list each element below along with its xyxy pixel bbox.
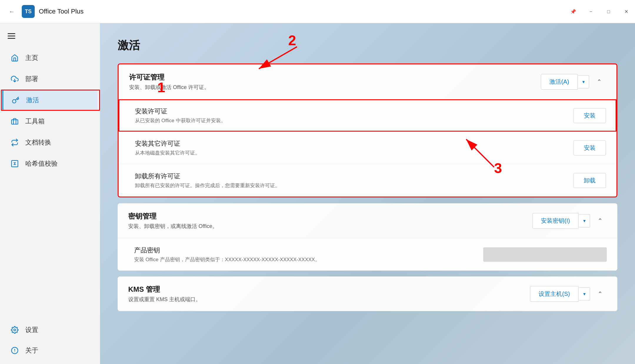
license-mgmt-actions: 激活(A) ▾ ⌃ (541, 74, 606, 90)
sidebar: 主页 部署 激活 (0, 23, 100, 364)
key-mgmt-actions: 安装密钥(I) ▾ ⌃ (532, 213, 607, 229)
uninstall-all-licenses-desc: 卸载所有已安装的许可证。操作完成后，您需要重新安装许可证。 (135, 182, 574, 189)
back-button[interactable]: ← (6, 6, 18, 17)
install-license-desc: 从已安装的 Office 中获取许可证并安装。 (135, 117, 574, 124)
install-license-item: 安装许可证 从已安装的 Office 中获取许可证并安装。 安装 (119, 99, 616, 132)
license-mgmt-collapse-button[interactable]: ⌃ (593, 75, 606, 89)
activate-button[interactable]: 激活(A) (541, 74, 578, 90)
sidebar-item-label-activate: 激活 (26, 96, 39, 105)
install-key-button[interactable]: 安装密钥(I) (532, 213, 579, 229)
annotation-box-section1: 许可证管理 安装、卸载或激活 Office 许可证。 激活(A) ▾ ⌃ (118, 63, 617, 197)
sidebar-item-label-convert: 文档转换 (25, 138, 51, 147)
kms-mgmt-actions: 设置主机(S) ▾ ⌃ (530, 286, 607, 302)
key-mgmt-text: 密钥管理 安装、卸载密钥，或离线激活 Office。 (128, 212, 532, 230)
pin-button[interactable]: 📌 (564, 0, 582, 23)
close-button[interactable]: ✕ (617, 0, 635, 23)
sidebar-item-label-deploy: 部署 (25, 75, 38, 83)
install-other-license-item: 安装其它许可证 从本地磁盘安装其它许可证。 安装 (119, 132, 616, 164)
key-mgmt-subitems: 产品密钥 安装 Office 产品密钥，产品密钥类似于：XXXXX-XXXXX-… (118, 238, 617, 271)
sidebar-item-home[interactable]: 主页 (2, 48, 98, 68)
sidebar-item-label-home: 主页 (25, 53, 38, 62)
app-body: 主页 部署 激活 (0, 23, 635, 364)
uninstall-all-licenses-title: 卸载所有许可证 (135, 172, 574, 181)
product-key-text: 产品密钥 安装 Office 产品密钥，产品密钥类似于：XXXXX-XXXXX-… (134, 246, 483, 263)
toolbox-icon (9, 116, 20, 127)
license-mgmt-header: 许可证管理 安装、卸载或激活 Office 许可证。 激活(A) ▾ ⌃ (119, 64, 616, 99)
window-controls: 📌 − □ ✕ (564, 0, 635, 23)
install-other-license-desc: 从本地磁盘安装其它许可证。 (135, 150, 574, 156)
set-host-button[interactable]: 设置主机(S) (530, 286, 579, 302)
install-other-license-button[interactable]: 安装 (574, 140, 606, 155)
kms-mgmt-section: KMS 管理 设置或重置 KMS 主机或端口。 设置主机(S) ▾ ⌃ (118, 276, 617, 311)
convert-icon (9, 137, 20, 148)
product-key-title: 产品密钥 (134, 246, 483, 255)
sidebar-bottom: 设置 关于 (0, 319, 100, 361)
key-mgmt-collapse-button[interactable]: ⌃ (594, 214, 607, 228)
sidebar-item-label-settings: 设置 (25, 326, 38, 334)
key-mgmt-title: 密钥管理 (128, 212, 532, 221)
sidebar-item-settings[interactable]: 设置 (2, 320, 98, 340)
license-mgmt-title: 许可证管理 (129, 73, 541, 82)
uninstall-all-licenses-button[interactable]: 卸载 (574, 173, 606, 188)
install-key-dropdown-button[interactable]: ▾ (579, 214, 590, 227)
app-title: Office Tool Plus (39, 8, 84, 15)
deploy-icon (9, 74, 20, 84)
key-mgmt-desc: 安装、卸载密钥，或离线激活 Office。 (128, 223, 532, 230)
license-mgmt-text: 许可证管理 安装、卸载或激活 Office 许可证。 (129, 73, 541, 91)
license-mgmt-desc: 安装、卸载或激活 Office 许可证。 (129, 84, 541, 91)
about-icon (9, 345, 20, 356)
activate-icon (10, 95, 21, 105)
hamburger-icon (8, 33, 15, 39)
product-key-input[interactable] (483, 247, 607, 262)
sidebar-item-toolbox[interactable]: 工具箱 (2, 111, 98, 131)
sidebar-item-deploy[interactable]: 部署 (2, 69, 98, 89)
app-icon: TS (22, 5, 35, 18)
set-host-dropdown-button[interactable]: ▾ (579, 287, 590, 301)
sidebar-item-about[interactable]: 关于 (2, 340, 98, 360)
hash-icon (9, 158, 20, 169)
kms-mgmt-header: KMS 管理 设置或重置 KMS 主机或端口。 设置主机(S) ▾ ⌃ (118, 276, 617, 311)
sidebar-item-convert[interactable]: 文档转换 (2, 132, 98, 152)
main-content: 激活 许可证管理 安装、卸载或激活 Office 许可证。 激活(A) ▾ ⌃ (100, 23, 635, 364)
page-title: 激活 (118, 38, 617, 53)
sidebar-item-label-hash: 哈希值校验 (25, 159, 58, 168)
install-license-button[interactable]: 安装 (574, 108, 606, 123)
product-key-item: 产品密钥 安装 Office 产品密钥，产品密钥类似于：XXXXX-XXXXX-… (118, 238, 617, 271)
install-license-title: 安装许可证 (135, 107, 574, 116)
uninstall-all-licenses-item: 卸载所有许可证 卸载所有已安装的许可证。操作完成后，您需要重新安装许可证。 卸载 (119, 164, 616, 197)
uninstall-all-licenses-text: 卸载所有许可证 卸载所有已安装的许可证。操作完成后，您需要重新安装许可证。 (135, 172, 574, 189)
titlebar: ← TS Office Tool Plus 📌 − □ ✕ (0, 0, 635, 23)
svg-point-3 (14, 329, 16, 331)
activate-dropdown-button[interactable]: ▾ (578, 75, 589, 88)
license-mgmt-subitems: 安装许可证 从已安装的 Office 中获取许可证并安装。 安装 安装其它许可证… (119, 99, 616, 197)
key-mgmt-header: 密钥管理 安装、卸载密钥，或离线激活 Office。 安装密钥(I) ▾ ⌃ (118, 203, 617, 238)
home-icon (9, 53, 20, 63)
install-license-text: 安装许可证 从已安装的 Office 中获取许可证并安装。 (135, 107, 574, 124)
sidebar-item-hash[interactable]: 哈希值校验 (2, 154, 98, 174)
product-key-desc: 安装 Office 产品密钥，产品密钥类似于：XXXXX-XXXXX-XXXXX… (134, 256, 483, 263)
license-mgmt-section: 许可证管理 安装、卸载或激活 Office 许可证。 激活(A) ▾ ⌃ (119, 64, 616, 197)
kms-mgmt-desc: 设置或重置 KMS 主机或端口。 (128, 296, 530, 303)
key-mgmt-section: 密钥管理 安装、卸载密钥，或离线激活 Office。 安装密钥(I) ▾ ⌃ 产… (118, 203, 617, 271)
kms-mgmt-text: KMS 管理 设置或重置 KMS 主机或端口。 (128, 285, 530, 303)
sidebar-item-activate[interactable]: 激活 (2, 90, 98, 110)
kms-mgmt-collapse-button[interactable]: ⌃ (594, 287, 607, 301)
install-other-license-text: 安装其它许可证 从本地磁盘安装其它许可证。 (135, 139, 574, 156)
hamburger-menu[interactable] (4, 28, 19, 43)
svg-rect-1 (11, 120, 18, 124)
settings-icon (9, 325, 20, 335)
maximize-button[interactable]: □ (600, 0, 617, 23)
sidebar-item-label-about: 关于 (25, 346, 38, 355)
install-other-license-title: 安装其它许可证 (135, 139, 574, 148)
kms-mgmt-title: KMS 管理 (128, 285, 530, 294)
sidebar-item-label-toolbox: 工具箱 (25, 117, 45, 126)
minimize-button[interactable]: − (582, 0, 600, 23)
